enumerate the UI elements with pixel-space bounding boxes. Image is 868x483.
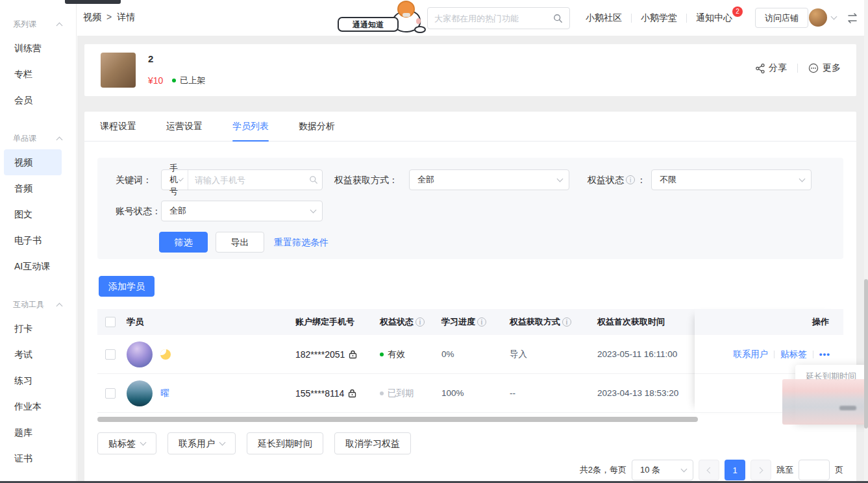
chevron-down-icon xyxy=(799,176,806,182)
sidebar-item-training-camp[interactable]: 训练营 xyxy=(4,35,62,61)
rights-status-select[interactable]: 不限 xyxy=(651,169,812,190)
sidebar-section-single-course[interactable]: 单品课 xyxy=(0,132,76,144)
status-dot-green xyxy=(172,79,176,82)
share-button[interactable]: 分享 xyxy=(756,62,787,74)
student-avatar xyxy=(127,341,153,367)
student-name[interactable]: 曜 xyxy=(160,388,169,399)
sidebar-item-audio[interactable]: 音频 xyxy=(4,175,62,201)
phone-search-input[interactable] xyxy=(195,175,309,185)
phone-number: 155****8114 xyxy=(295,388,344,399)
sidebar-item-question-bank[interactable]: 题库 xyxy=(4,419,62,445)
tab-bar: 课程设置 运营设置 学员列表 数据分析 xyxy=(84,112,856,142)
col-acquire-text: 权益获取方式 xyxy=(510,316,560,328)
bulk-tag-button[interactable]: 贴标签 xyxy=(97,432,156,454)
info-icon[interactable]: i xyxy=(415,317,425,327)
sidebar-item-exam[interactable]: 考试 xyxy=(4,341,62,367)
course-price: ¥10 xyxy=(148,75,163,86)
chevron-down-icon xyxy=(557,176,564,182)
avatar-chevron-down-icon[interactable] xyxy=(831,14,837,20)
nav-community[interactable]: 小鹅社区 xyxy=(577,12,631,24)
sidebar-item-imagetext[interactable]: 图文 xyxy=(4,201,62,227)
student-cell[interactable]: 曜 xyxy=(127,374,169,412)
course-status: 已上架 xyxy=(180,75,205,86)
sidebar-item-certificate[interactable]: 证书 xyxy=(4,445,62,471)
acquire-method-select[interactable]: 全部 xyxy=(409,169,569,190)
info-icon[interactable]: i xyxy=(477,317,486,327)
tab-student-list[interactable]: 学员列表 xyxy=(232,112,269,142)
visit-shop-button[interactable]: 访问店铺 xyxy=(755,8,808,28)
export-button[interactable]: 导出 xyxy=(216,232,264,253)
row-checkbox[interactable] xyxy=(105,349,116,360)
vertical-scrollbar-thumb[interactable] xyxy=(864,279,868,428)
header-search-input[interactable] xyxy=(434,14,553,23)
keyword-type-select[interactable]: 手机号 xyxy=(162,170,188,190)
info-icon[interactable]: i xyxy=(562,317,571,327)
sidebar-item-ai-course[interactable]: AI互动课 xyxy=(4,253,62,279)
clipped-top-element xyxy=(65,0,121,4)
bulk-extend-button[interactable]: 延长到期时间 xyxy=(247,432,323,454)
horizontal-scrollbar-thumb[interactable] xyxy=(97,417,698,422)
keyword-combo: 手机号 xyxy=(161,169,323,190)
lock-icon[interactable] xyxy=(349,350,357,359)
sidebar-item-column[interactable]: 专栏 xyxy=(4,61,62,87)
divider xyxy=(774,351,775,358)
mascot-assistant[interactable]: 通通知道 xyxy=(338,3,441,35)
redacted-overlay xyxy=(782,379,868,425)
student-cell[interactable] xyxy=(127,335,171,373)
filter-button[interactable]: 筛选 xyxy=(159,232,208,253)
acquire-cell: -- xyxy=(510,374,515,412)
tab-operation-settings[interactable]: 运营设置 xyxy=(166,112,203,142)
row-checkbox[interactable] xyxy=(105,388,116,399)
info-icon[interactable]: i xyxy=(626,175,635,184)
bulk-cancel-rights-button[interactable]: 取消学习权益 xyxy=(334,432,411,454)
lock-icon[interactable] xyxy=(348,389,356,398)
student-table: 学员 账户绑定手机号 权益状态i 学习进度i 权益获取方式i 权益首次获取时间 xyxy=(97,309,843,413)
sidebar-item-member[interactable]: 会员 xyxy=(4,87,62,113)
sidebar-section-tools[interactable]: 互动工具 xyxy=(0,299,76,310)
status-text: 已到期 xyxy=(388,388,414,399)
contact-user-link[interactable]: 联系用户 xyxy=(733,349,768,360)
prev-page-button[interactable] xyxy=(699,460,719,480)
current-page-button[interactable]: 1 xyxy=(725,460,745,480)
header-search xyxy=(427,7,570,29)
account-status-select[interactable]: 全部 xyxy=(161,201,323,221)
bulk-contact-button[interactable]: 联系用户 xyxy=(167,432,236,454)
nav-school[interactable]: 小鹅学堂 xyxy=(632,12,686,24)
jump-page-input[interactable] xyxy=(799,460,830,480)
page-size-select[interactable]: 10 条 xyxy=(632,460,693,480)
page-size-value: 10 条 xyxy=(640,464,660,476)
tab-course-settings[interactable]: 课程设置 xyxy=(100,112,136,142)
sidebar-item-ebook[interactable]: 电子书 xyxy=(4,227,62,253)
sidebar-item-practice[interactable]: 练习 xyxy=(4,367,62,393)
next-page-button[interactable] xyxy=(750,460,771,480)
page-unit-label: 页 xyxy=(835,464,843,476)
tag-link[interactable]: 贴标签 xyxy=(780,349,807,360)
sidebar-section-single-course-label: 单品课 xyxy=(13,133,36,144)
switch-account-icon[interactable] xyxy=(846,13,859,23)
breadcrumb-video[interactable]: 视频 xyxy=(83,12,101,22)
add-student-button[interactable]: 添加学员 xyxy=(99,276,155,297)
search-icon[interactable] xyxy=(553,14,563,23)
more-button[interactable]: 更多 xyxy=(808,62,841,74)
sidebar-section-series[interactable]: 系列课 xyxy=(0,18,76,30)
sidebar-item-video[interactable]: 视频 xyxy=(4,149,62,175)
redacted-blob xyxy=(839,406,856,410)
bulk-extend-label: 延长到期时间 xyxy=(258,433,312,454)
phone-cell: 182****2051 xyxy=(295,335,357,373)
filter-panel: 关键词： 手机号 权益获取方式： 全部 权益状态i： xyxy=(97,158,843,259)
col-acquire-method: 权益获取方式i xyxy=(510,309,573,335)
sidebar-section-series-label: 系列课 xyxy=(13,19,36,30)
user-avatar[interactable] xyxy=(809,8,827,27)
progress-cell: 0% xyxy=(441,335,454,373)
sidebar-item-homework[interactable]: 作业本 xyxy=(4,393,62,419)
breadcrumb-separator: > xyxy=(106,12,112,22)
sidebar-item-checkin[interactable]: 打卡 xyxy=(4,316,62,341)
nav-notice-center[interactable]: 通知中心 2 xyxy=(687,12,741,24)
tab-data-analysis[interactable]: 数据分析 xyxy=(299,112,335,142)
acquire-method-label: 权益获取方式： xyxy=(334,169,398,190)
reset-filters-link[interactable]: 重置筛选条件 xyxy=(274,232,329,253)
sidebar-section-tools-label: 互动工具 xyxy=(13,299,44,310)
row-more-button[interactable]: ••• xyxy=(819,349,830,359)
select-all-checkbox[interactable] xyxy=(105,317,116,327)
col-progress: 学习进度i xyxy=(441,309,488,335)
